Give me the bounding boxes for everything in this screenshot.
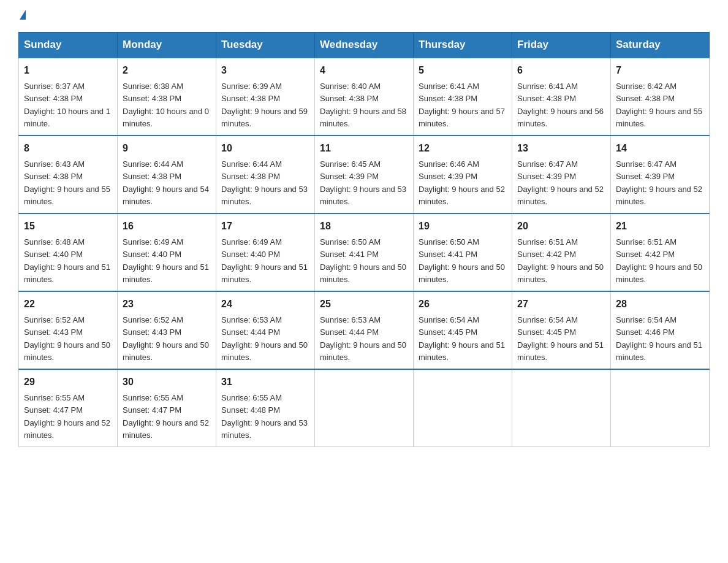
- day-cell: 8 Sunrise: 6:43 AMSunset: 4:38 PMDayligh…: [19, 136, 118, 213]
- day-cell: 5 Sunrise: 6:41 AMSunset: 4:38 PMDayligh…: [414, 58, 512, 136]
- day-cell: [512, 369, 611, 447]
- day-number: 28: [616, 297, 704, 312]
- day-cell: 6 Sunrise: 6:41 AMSunset: 4:38 PMDayligh…: [512, 58, 611, 136]
- week-row-3: 15 Sunrise: 6:48 AMSunset: 4:40 PMDaylig…: [19, 213, 710, 291]
- logo-triangle-icon: [20, 10, 26, 20]
- day-cell: 2 Sunrise: 6:38 AMSunset: 4:38 PMDayligh…: [118, 58, 216, 136]
- day-cell: [611, 369, 710, 447]
- day-info: Sunrise: 6:39 AMSunset: 4:38 PMDaylight:…: [221, 82, 308, 128]
- day-info: Sunrise: 6:47 AMSunset: 4:39 PMDaylight:…: [517, 159, 604, 206]
- weekday-header-wednesday: Wednesday: [315, 33, 414, 58]
- day-number: 31: [221, 375, 309, 389]
- day-cell: 18 Sunrise: 6:50 AMSunset: 4:41 PMDaylig…: [315, 213, 414, 291]
- day-info: Sunrise: 6:42 AMSunset: 4:38 PMDaylight:…: [616, 82, 702, 128]
- day-number: 4: [320, 63, 408, 78]
- day-cell: 26 Sunrise: 6:54 AMSunset: 4:45 PMDaylig…: [414, 291, 512, 369]
- day-info: Sunrise: 6:40 AMSunset: 4:38 PMDaylight:…: [320, 82, 406, 128]
- day-info: Sunrise: 6:54 AMSunset: 4:45 PMDaylight:…: [419, 315, 505, 362]
- header: [18, 12, 710, 22]
- day-number: 22: [24, 297, 112, 312]
- day-number: 30: [123, 375, 211, 389]
- day-cell: 4 Sunrise: 6:40 AMSunset: 4:38 PMDayligh…: [315, 58, 414, 136]
- day-cell: 15 Sunrise: 6:48 AMSunset: 4:40 PMDaylig…: [19, 213, 118, 291]
- day-number: 5: [419, 63, 507, 78]
- day-cell: 17 Sunrise: 6:49 AMSunset: 4:40 PMDaylig…: [216, 213, 315, 291]
- day-info: Sunrise: 6:51 AMSunset: 4:42 PMDaylight:…: [616, 237, 702, 284]
- day-number: 8: [24, 141, 112, 156]
- day-info: Sunrise: 6:51 AMSunset: 4:42 PMDaylight:…: [517, 237, 604, 284]
- day-cell: 30 Sunrise: 6:55 AMSunset: 4:47 PMDaylig…: [118, 369, 216, 447]
- day-info: Sunrise: 6:49 AMSunset: 4:40 PMDaylight:…: [123, 237, 209, 284]
- day-number: 20: [517, 219, 605, 234]
- day-cell: 1 Sunrise: 6:37 AMSunset: 4:38 PMDayligh…: [19, 58, 118, 136]
- day-number: 17: [221, 219, 309, 234]
- day-info: Sunrise: 6:49 AMSunset: 4:40 PMDaylight:…: [221, 237, 308, 284]
- day-info: Sunrise: 6:50 AMSunset: 4:41 PMDaylight:…: [320, 237, 406, 284]
- day-cell: 28 Sunrise: 6:54 AMSunset: 4:46 PMDaylig…: [611, 291, 710, 369]
- day-info: Sunrise: 6:41 AMSunset: 4:38 PMDaylight:…: [419, 82, 505, 128]
- day-cell: 24 Sunrise: 6:53 AMSunset: 4:44 PMDaylig…: [216, 291, 315, 369]
- day-number: 23: [123, 297, 211, 312]
- day-info: Sunrise: 6:52 AMSunset: 4:43 PMDaylight:…: [24, 315, 110, 362]
- day-number: 11: [320, 141, 408, 156]
- logo: [18, 12, 26, 22]
- day-info: Sunrise: 6:46 AMSunset: 4:39 PMDaylight:…: [419, 159, 505, 206]
- day-info: Sunrise: 6:54 AMSunset: 4:45 PMDaylight:…: [517, 315, 604, 362]
- week-row-1: 1 Sunrise: 6:37 AMSunset: 4:38 PMDayligh…: [19, 58, 710, 136]
- weekday-header-tuesday: Tuesday: [216, 33, 315, 58]
- day-info: Sunrise: 6:55 AMSunset: 4:47 PMDaylight:…: [24, 393, 110, 440]
- day-number: 6: [517, 63, 605, 78]
- day-cell: 31 Sunrise: 6:55 AMSunset: 4:48 PMDaylig…: [216, 369, 315, 447]
- day-info: Sunrise: 6:47 AMSunset: 4:39 PMDaylight:…: [616, 159, 702, 206]
- day-number: 16: [123, 219, 211, 234]
- day-number: 3: [221, 63, 309, 78]
- day-info: Sunrise: 6:48 AMSunset: 4:40 PMDaylight:…: [24, 237, 110, 284]
- day-number: 26: [419, 297, 507, 312]
- day-cell: 23 Sunrise: 6:52 AMSunset: 4:43 PMDaylig…: [118, 291, 216, 369]
- day-cell: 13 Sunrise: 6:47 AMSunset: 4:39 PMDaylig…: [512, 136, 611, 213]
- day-cell: [414, 369, 512, 447]
- weekday-header-row: SundayMondayTuesdayWednesdayThursdayFrid…: [19, 33, 710, 58]
- day-info: Sunrise: 6:50 AMSunset: 4:41 PMDaylight:…: [419, 237, 505, 284]
- weekday-header-monday: Monday: [118, 33, 216, 58]
- day-cell: 22 Sunrise: 6:52 AMSunset: 4:43 PMDaylig…: [19, 291, 118, 369]
- day-info: Sunrise: 6:45 AMSunset: 4:39 PMDaylight:…: [320, 159, 406, 206]
- day-cell: 14 Sunrise: 6:47 AMSunset: 4:39 PMDaylig…: [611, 136, 710, 213]
- day-cell: 27 Sunrise: 6:54 AMSunset: 4:45 PMDaylig…: [512, 291, 611, 369]
- day-number: 21: [616, 219, 704, 234]
- day-number: 1: [24, 63, 112, 78]
- day-info: Sunrise: 6:41 AMSunset: 4:38 PMDaylight:…: [517, 82, 604, 128]
- day-cell: 10 Sunrise: 6:44 AMSunset: 4:38 PMDaylig…: [216, 136, 315, 213]
- day-number: 27: [517, 297, 605, 312]
- day-info: Sunrise: 6:52 AMSunset: 4:43 PMDaylight:…: [123, 315, 209, 362]
- weekday-header-sunday: Sunday: [19, 33, 118, 58]
- day-cell: 21 Sunrise: 6:51 AMSunset: 4:42 PMDaylig…: [611, 213, 710, 291]
- day-info: Sunrise: 6:55 AMSunset: 4:48 PMDaylight:…: [221, 393, 308, 440]
- day-cell: 3 Sunrise: 6:39 AMSunset: 4:38 PMDayligh…: [216, 58, 315, 136]
- weekday-header-thursday: Thursday: [414, 33, 512, 58]
- day-number: 29: [24, 375, 112, 389]
- day-number: 15: [24, 219, 112, 234]
- week-row-4: 22 Sunrise: 6:52 AMSunset: 4:43 PMDaylig…: [19, 291, 710, 369]
- day-number: 12: [419, 141, 507, 156]
- day-info: Sunrise: 6:53 AMSunset: 4:44 PMDaylight:…: [320, 315, 406, 362]
- week-row-2: 8 Sunrise: 6:43 AMSunset: 4:38 PMDayligh…: [19, 136, 710, 213]
- day-number: 19: [419, 219, 507, 234]
- day-number: 25: [320, 297, 408, 312]
- day-info: Sunrise: 6:54 AMSunset: 4:46 PMDaylight:…: [616, 315, 702, 362]
- day-info: Sunrise: 6:37 AMSunset: 4:38 PMDaylight:…: [24, 82, 110, 128]
- day-info: Sunrise: 6:43 AMSunset: 4:38 PMDaylight:…: [24, 159, 110, 206]
- day-cell: 11 Sunrise: 6:45 AMSunset: 4:39 PMDaylig…: [315, 136, 414, 213]
- day-cell: 12 Sunrise: 6:46 AMSunset: 4:39 PMDaylig…: [414, 136, 512, 213]
- day-cell: 7 Sunrise: 6:42 AMSunset: 4:38 PMDayligh…: [611, 58, 710, 136]
- week-row-5: 29 Sunrise: 6:55 AMSunset: 4:47 PMDaylig…: [19, 369, 710, 447]
- day-cell: 9 Sunrise: 6:44 AMSunset: 4:38 PMDayligh…: [118, 136, 216, 213]
- day-cell: [315, 369, 414, 447]
- day-cell: 29 Sunrise: 6:55 AMSunset: 4:47 PMDaylig…: [19, 369, 118, 447]
- day-number: 18: [320, 219, 408, 234]
- day-info: Sunrise: 6:53 AMSunset: 4:44 PMDaylight:…: [221, 315, 308, 362]
- day-cell: 16 Sunrise: 6:49 AMSunset: 4:40 PMDaylig…: [118, 213, 216, 291]
- day-number: 2: [123, 63, 211, 78]
- weekday-header-saturday: Saturday: [611, 33, 710, 58]
- day-number: 10: [221, 141, 309, 156]
